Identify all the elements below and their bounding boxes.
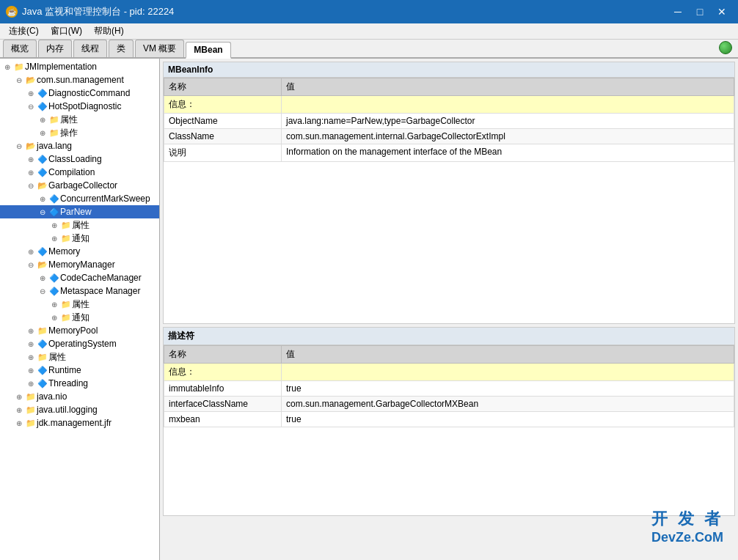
- tree-item-classload[interactable]: ⊕ 🔷 ClassLoading: [0, 152, 159, 166]
- tree-item-cms[interactable]: ⊕ 🔷 ConcurrentMarkSweep: [0, 192, 159, 205]
- tree-item-javalogging[interactable]: ⊕ 📁 java.util.logging: [0, 403, 159, 416]
- expand-icon[interactable]: ⊕: [48, 301, 60, 309]
- tree-item-threading[interactable]: ⊕ 🔷 Threading: [0, 377, 159, 390]
- expand-icon[interactable]: ⊕: [25, 155, 37, 163]
- row-name: 说明: [164, 144, 282, 162]
- tree-item-jmximpl[interactable]: ⊕ 📁 JMImplementation: [0, 60, 159, 73]
- tree-label: GarbageCollector: [48, 180, 117, 191]
- tree-item-attr1[interactable]: ⊕ 📁 属性: [0, 113, 159, 126]
- tree-label: java.util.logging: [37, 405, 98, 415]
- folder-icon: 📁: [25, 405, 37, 415]
- app-icon: ☕: [6, 6, 18, 18]
- table-row: 信息：: [164, 96, 734, 114]
- tree-label: 操作: [60, 127, 78, 139]
- tab-vm[interactable]: VM 概要: [135, 40, 184, 57]
- empty-space: [164, 427, 734, 515]
- expand-icon[interactable]: ⊕: [25, 169, 37, 177]
- expand-icon[interactable]: ⊖: [13, 142, 25, 150]
- title-bar: ☕ Java 监视和管理控制台 - pid: 22224 ─ □ ✕: [0, 0, 738, 23]
- tree-item-javanio[interactable]: ⊕ 📁 java.nio: [0, 390, 159, 403]
- expand-icon[interactable]: ⊖: [37, 208, 48, 216]
- close-button[interactable]: ✕: [712, 3, 732, 21]
- tab-classes[interactable]: 类: [109, 40, 134, 57]
- expand-icon[interactable]: ⊕: [37, 195, 48, 203]
- tree-item-javalang[interactable]: ⊖ 📂 java.lang: [0, 139, 159, 152]
- empty-space: [164, 162, 734, 323]
- tab-mbean[interactable]: MBean: [186, 42, 230, 59]
- tree-item-metaspace[interactable]: ⊖ 🔷 Metaspace Manager: [0, 284, 159, 298]
- expand-icon[interactable]: ⊕: [13, 406, 25, 414]
- tree-label: jdk.management.jfr: [37, 418, 112, 428]
- expand-icon[interactable]: ⊕: [48, 314, 60, 322]
- tree-item-memmgr[interactable]: ⊖ 📂 MemoryManager: [0, 258, 159, 271]
- expand-icon[interactable]: ⊕: [25, 248, 37, 256]
- tree-item-diag[interactable]: ⊕ 🔷 DiagnosticCommand: [0, 86, 159, 100]
- bean-icon: 🔷: [48, 287, 60, 296]
- tree-item-comsun[interactable]: ⊖ 📂 com.sun.management: [0, 73, 159, 86]
- tree-item-hotspot[interactable]: ⊖ 🔷 HotSpotDiagnostic: [0, 100, 159, 113]
- tree-item-notif2[interactable]: ⊕ 📁 通知: [0, 232, 159, 245]
- tab-memory[interactable]: 内存: [38, 40, 72, 57]
- expand-icon[interactable]: ⊖: [25, 182, 37, 190]
- row-name: ClassName: [164, 129, 282, 144]
- expand-icon[interactable]: ⊖: [37, 287, 48, 295]
- table-row: ObjectName java.lang:name=ParNew,type=Ga…: [164, 114, 734, 129]
- expand-icon[interactable]: ⊕: [25, 353, 37, 361]
- expand-icon[interactable]: ⊖: [25, 103, 37, 111]
- tree-item-attr4[interactable]: ⊕ 📁 属性: [0, 350, 159, 364]
- expand-icon[interactable]: ⊕: [13, 393, 25, 401]
- expand-icon[interactable]: ⊕: [37, 129, 48, 137]
- right-panel: MBeanInfo 名称 值 信息： ObjectName java.lan: [160, 59, 738, 560]
- tree-item-notif3[interactable]: ⊕ 📁 通知: [0, 311, 159, 324]
- expand-icon[interactable]: ⊖: [13, 76, 25, 84]
- tree-item-attr2[interactable]: ⊕ 📁 属性: [0, 218, 159, 232]
- bean-icon: 🔷: [37, 89, 48, 98]
- menu-window[interactable]: 窗口(W): [45, 23, 88, 39]
- maximize-button[interactable]: □: [690, 3, 710, 21]
- tree-label: com.sun.management: [37, 75, 124, 85]
- menu-help[interactable]: 帮助(H): [88, 23, 130, 39]
- tree-item-parnew[interactable]: ⊖ 🔷 ParNew: [0, 205, 159, 218]
- folder-icon: 📁: [25, 392, 37, 402]
- row-name: interfaceClassName: [164, 397, 282, 412]
- folder-icon: 📁: [37, 353, 48, 362]
- bean-icon: 🔷: [37, 168, 48, 177]
- tab-threads[interactable]: 线程: [73, 40, 107, 57]
- expand-icon[interactable]: ⊕: [25, 340, 37, 348]
- expand-icon[interactable]: ⊕: [37, 274, 48, 282]
- expand-icon[interactable]: ⊕: [25, 327, 37, 335]
- tree-item-compilation[interactable]: ⊕ 🔷 Compilation: [0, 166, 159, 179]
- folder-icon: 📁: [25, 419, 37, 428]
- tree-item-gc[interactable]: ⊖ 📂 GarbageCollector: [0, 179, 159, 192]
- folder-icon: 📂: [25, 141, 37, 151]
- mbean-info-section: MBeanInfo 名称 值 信息： ObjectName java.lan: [163, 62, 735, 324]
- table-row: interfaceClassName com.sun.management.Ga…: [164, 397, 734, 412]
- tree-item-jdkjfr[interactable]: ⊕ 📁 jdk.management.jfr: [0, 416, 159, 430]
- expand-icon[interactable]: ⊕: [25, 380, 37, 388]
- tree-item-runtime[interactable]: ⊕ 🔷 Runtime: [0, 364, 159, 377]
- expand-icon[interactable]: ⊕: [48, 221, 60, 229]
- expand-icon[interactable]: ⊕: [1, 63, 13, 71]
- expand-icon[interactable]: ⊖: [25, 261, 37, 269]
- mbean-info-header: MBeanInfo: [164, 62, 734, 78]
- tree-item-mempool[interactable]: ⊕ 📁 MemoryPool: [0, 324, 159, 337]
- tab-overview[interactable]: 概览: [3, 40, 37, 57]
- expand-icon[interactable]: ⊕: [13, 419, 25, 427]
- tree-panel[interactable]: ⊕ 📁 JMImplementation ⊖ 📂 com.sun.managem…: [0, 59, 160, 560]
- expand-icon[interactable]: ⊕: [48, 235, 60, 243]
- expand-icon[interactable]: ⊕: [25, 89, 37, 97]
- bean-icon: 🔷: [37, 247, 48, 257]
- minimize-button[interactable]: ─: [668, 3, 688, 21]
- tree-item-op1[interactable]: ⊕ 📁 操作: [0, 126, 159, 139]
- menu-connect[interactable]: 连接(C): [3, 23, 45, 39]
- tree-item-codecache[interactable]: ⊕ 🔷 CodeCacheManager: [0, 271, 159, 284]
- expand-icon[interactable]: ⊕: [37, 116, 48, 124]
- tree-item-attr3[interactable]: ⊕ 📁 属性: [0, 298, 159, 311]
- tree-item-memory[interactable]: ⊕ 🔷 Memory: [0, 245, 159, 258]
- tree-label: MemoryManager: [48, 259, 115, 270]
- tree-item-opsys[interactable]: ⊕ 🔷 OperatingSystem: [0, 337, 159, 350]
- expand-icon[interactable]: ⊕: [25, 366, 37, 375]
- row-value: java.lang:name=ParNew,type=GarbageCollec…: [282, 114, 734, 129]
- row-name: 信息：: [164, 364, 282, 381]
- folder-icon: 📁: [13, 62, 25, 72]
